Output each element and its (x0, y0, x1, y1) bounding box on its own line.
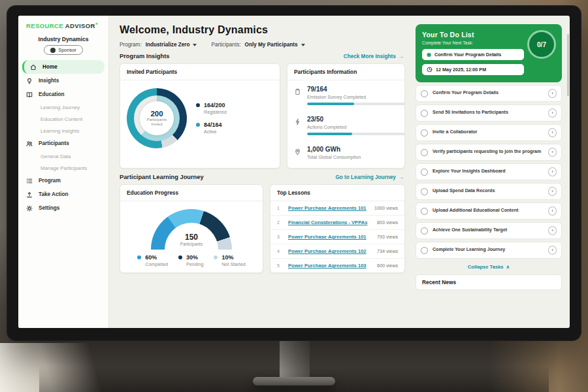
sidebar-item-learning-insights[interactable]: Learning Insights (18, 125, 108, 137)
sidebar-item-learning-journey[interactable]: Learning Journey (18, 101, 108, 113)
chevron-right-icon[interactable]: › (548, 128, 557, 137)
task-checkbox[interactable] (421, 188, 428, 195)
sidebar-item-education[interactable]: Education (18, 88, 108, 101)
todo-panel: Your To Do List Complete Your Next Task:… (413, 16, 570, 328)
sidebar-item-home[interactable]: Home (22, 60, 105, 74)
monitor-stand-base (253, 377, 335, 385)
task-checkbox[interactable] (421, 247, 428, 254)
task-item[interactable]: Verify participants requesting to join t… (416, 144, 562, 161)
info-row: 79/164 Emission Survey Completed (287, 80, 404, 110)
app-logo: RESOURCE ADVISOR+ (18, 22, 108, 33)
chevron-right-icon[interactable]: › (548, 187, 557, 196)
todo-card: Your To Do List Complete Your Next Task:… (416, 24, 562, 82)
program-icon (26, 177, 34, 184)
participants-label: Participants: (211, 42, 240, 48)
consumption-pin-icon (294, 146, 302, 158)
page-title: Welcome, Industry Dynamics (120, 24, 405, 36)
next-task-pill[interactable]: ◉ Confirm Your Program Details (422, 49, 524, 60)
lesson-link[interactable]: Power Purchase Agreements 101 (288, 205, 369, 211)
recent-news-header: Recent News (416, 274, 562, 290)
task-item[interactable]: Confirm Your Program Details › (416, 85, 562, 102)
participants-icon (26, 140, 34, 147)
sidebar-item-label: Home (42, 64, 57, 70)
sidebar-item-insights[interactable]: Insights (18, 74, 108, 88)
sidebar-item-program[interactable]: Program (18, 174, 108, 188)
donut-center: 200 Participants Invited (140, 101, 174, 135)
brand-primary: RESOURCE (26, 22, 63, 29)
chevron-right-icon[interactable]: › (548, 167, 557, 176)
sponsor-icon (50, 48, 56, 53)
sidebar-item-participants[interactable]: Participants (18, 137, 108, 150)
insights-icon (26, 77, 34, 84)
sidebar: RESOURCE ADVISOR+ Industry Dynamics Spon… (18, 16, 109, 328)
task-checkbox[interactable] (421, 208, 428, 215)
sidebar-item-education-content[interactable]: Education Content (18, 113, 108, 125)
todo-progress-ring: 0/7 (527, 30, 556, 59)
actions-icon (294, 116, 302, 128)
sidebar-item-settings[interactable]: Settings (18, 201, 108, 215)
legend-dot-registered (196, 103, 200, 107)
chevron-up-icon: ∧ (506, 264, 510, 270)
sidebar-item-general-data[interactable]: General Data (18, 150, 108, 162)
task-item[interactable]: Complete Your Learning Journey › (416, 242, 562, 259)
chevron-right-icon[interactable]: › (548, 206, 557, 216)
chevron-right-icon[interactable]: › (548, 89, 557, 98)
task-checkbox[interactable] (421, 227, 428, 235)
lesson-row: 5 Power Purchase Agreements 103 600 view… (270, 259, 404, 272)
home-icon (30, 63, 38, 71)
task-checkbox[interactable] (421, 129, 428, 137)
legend-item: 10% Not Started (214, 254, 245, 267)
legend-item: 30% Pending (178, 254, 203, 267)
chevron-down-icon (301, 44, 305, 46)
task-item[interactable]: Send 50 Invitations to Participants › (416, 105, 562, 122)
org-name: Industry Dynamics (18, 36, 108, 42)
clock-icon (427, 67, 433, 73)
task-item[interactable]: Upload Spend Data Records › (416, 183, 562, 200)
actions-progress-bar (307, 133, 405, 135)
legend-item: 60% Completed (137, 254, 168, 267)
task-checkbox[interactable] (421, 149, 428, 156)
target-icon: ◉ (427, 52, 431, 57)
participants-select[interactable]: Only My Participants (245, 42, 305, 48)
take-action-icon (26, 191, 34, 198)
lesson-link[interactable]: Power Purchase Agreements 103 (288, 263, 372, 269)
program-select[interactable]: Industrialize Zero (146, 42, 197, 48)
gear-icon (26, 204, 34, 212)
collapse-tasks-link[interactable]: Collapse Tasks ∧ (416, 264, 562, 270)
task-item[interactable]: Upload Additional Educational Content › (416, 203, 562, 220)
sidebar-item-manage-participants[interactable]: Manage Participants (18, 162, 108, 174)
task-item[interactable]: Invite a Collaborator › (416, 124, 562, 141)
program-insights-header: Program Insights Check More Insights → (120, 53, 404, 59)
sidebar-item-take-action[interactable]: Take Action (18, 188, 108, 201)
monitor-stand (280, 339, 310, 380)
task-checkbox[interactable] (421, 110, 428, 117)
chevron-right-icon[interactable]: › (548, 108, 557, 118)
check-more-insights-link[interactable]: Check More Insights → (344, 54, 404, 59)
chevron-right-icon[interactable]: › (548, 246, 557, 255)
monitor-frame: RESOURCE ADVISOR+ Industry Dynamics Spon… (7, 5, 581, 341)
chevron-right-icon[interactable]: › (548, 148, 557, 157)
task-item[interactable]: Explore Your Insights Dashboard › (416, 163, 562, 180)
lesson-link[interactable]: Power Purchase Agreements 102 (288, 248, 372, 254)
task-checkbox[interactable] (421, 169, 428, 176)
lesson-row: 4 Power Purchase Agreements 102 734 view… (270, 244, 404, 259)
sponsor-badge: Sponsor (44, 45, 83, 55)
go-to-learning-journey-link[interactable]: Go to Learning Journey → (335, 174, 404, 180)
task-item[interactable]: Achieve One Sustainability Target › (416, 222, 562, 239)
program-label: Program: (120, 42, 142, 48)
chevron-right-icon[interactable]: › (548, 226, 557, 235)
sidebar-item-label: Program (39, 178, 61, 184)
lesson-link[interactable]: Financial Considerations - VPPAs (288, 220, 372, 225)
learning-journey-header: Participant Learning Journey Go to Learn… (120, 174, 404, 180)
task-checkbox[interactable] (421, 90, 428, 97)
scrollbar[interactable] (567, 34, 569, 96)
sidebar-item-label: Settings (39, 205, 59, 211)
top-lessons-card: Top Lessons 1 Power Purchase Agreements … (270, 184, 405, 273)
card-title: Top Lessons (270, 185, 404, 201)
info-row: 1,000 GWh Total Global Consumption (287, 140, 404, 168)
legend-dot-completed (137, 255, 141, 259)
lesson-link[interactable]: Power Purchase Agreements 101 (288, 234, 372, 240)
invited-participants-card: Invited Participants 200 Participants In… (120, 63, 280, 169)
filters-bar: Program: Industrialize Zero Participants… (120, 42, 405, 48)
section-title: Participant Learning Journey (120, 174, 204, 180)
